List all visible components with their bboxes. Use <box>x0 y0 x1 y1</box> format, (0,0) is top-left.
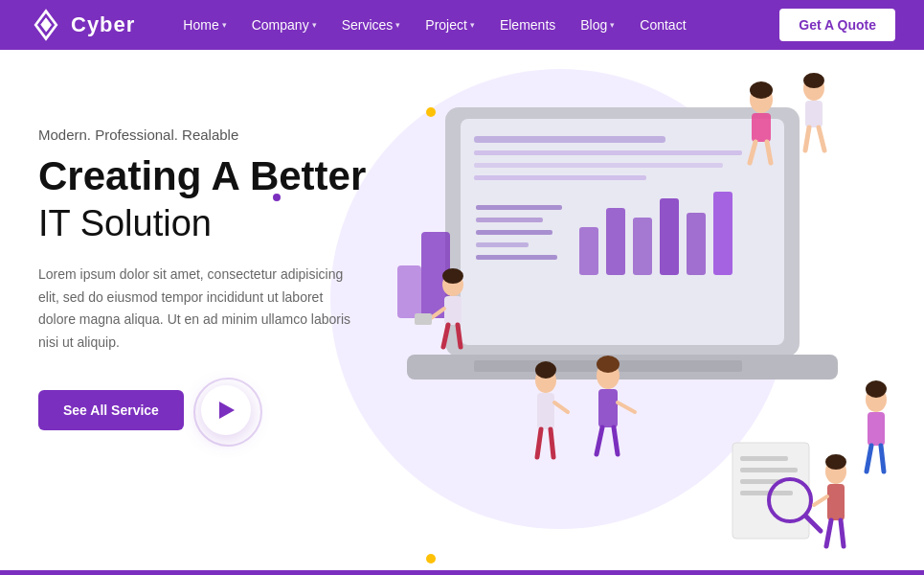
nav-services-label: Services <box>342 17 394 33</box>
nav-services-arrow: ▾ <box>395 20 400 30</box>
svg-line-65 <box>826 520 831 546</box>
logo-area[interactable]: Cyber <box>29 8 135 42</box>
hero-subtitle: Modern. Professional. Realable <box>38 126 366 143</box>
nav-contact-label: Contact <box>640 17 686 33</box>
svg-line-66 <box>841 520 844 546</box>
svg-rect-38 <box>415 313 432 325</box>
svg-line-29 <box>805 127 809 150</box>
nav-item-elements[interactable]: Elements <box>490 12 565 38</box>
nav-home-label: Home <box>183 17 218 33</box>
nav-project-label: Project <box>425 17 467 33</box>
nav-item-project[interactable]: Project ▾ <box>416 12 485 38</box>
svg-line-53 <box>614 427 618 454</box>
svg-rect-51 <box>598 389 618 427</box>
see-all-service-button[interactable]: See All Service <box>38 390 184 430</box>
nav-elements-label: Elements <box>500 17 555 33</box>
hero-content: Modern. Professional. Realable Creating … <box>38 126 366 435</box>
nav-blog-label: Blog <box>580 17 607 33</box>
svg-rect-15 <box>476 230 552 235</box>
play-icon <box>219 402 235 419</box>
navbar: Cyber Home ▾ Company ▾ Services ▾ Projec… <box>0 0 924 50</box>
nav-item-services[interactable]: Services ▾ <box>332 12 411 38</box>
illustration-svg <box>388 59 905 567</box>
svg-line-55 <box>618 402 635 412</box>
svg-rect-13 <box>476 205 562 210</box>
nav-company-arrow: ▾ <box>312 20 317 30</box>
nav-item-home[interactable]: Home ▾ <box>173 12 236 38</box>
logo-icon <box>29 8 63 42</box>
svg-rect-57 <box>740 456 788 461</box>
svg-rect-16 <box>476 242 529 247</box>
svg-line-35 <box>458 325 461 347</box>
get-quote-button[interactable]: Get A Quote <box>779 9 895 41</box>
svg-rect-33 <box>444 296 462 325</box>
svg-point-67 <box>825 454 846 470</box>
svg-rect-10 <box>660 198 679 275</box>
svg-rect-60 <box>740 491 793 495</box>
svg-rect-64 <box>827 484 845 520</box>
nav-company-label: Company <box>252 17 309 33</box>
svg-rect-12 <box>713 192 732 275</box>
nav-home-arrow: ▾ <box>222 20 227 30</box>
svg-rect-14 <box>476 218 543 222</box>
hero-section: Modern. Professional. Realable Creating … <box>0 50 924 575</box>
svg-line-52 <box>597 427 602 454</box>
svg-rect-7 <box>579 227 598 275</box>
svg-rect-9 <box>633 218 652 275</box>
svg-line-30 <box>819 127 824 150</box>
nav-links: Home ▾ Company ▾ Services ▾ Project ▾ El… <box>173 12 770 38</box>
logo-text: Cyber <box>71 12 135 37</box>
svg-point-54 <box>597 356 620 373</box>
svg-rect-11 <box>687 213 706 275</box>
svg-rect-8 <box>606 208 625 275</box>
svg-line-68 <box>814 496 827 505</box>
svg-line-49 <box>554 402 568 412</box>
svg-line-47 <box>551 429 553 457</box>
hero-title-bold: Creating A Better <box>38 154 366 198</box>
nav-item-blog[interactable]: Blog ▾ <box>571 12 624 38</box>
svg-rect-40 <box>868 412 885 446</box>
svg-point-48 <box>535 361 556 379</box>
play-button[interactable] <box>201 385 251 435</box>
bottom-purple-bar <box>0 570 924 575</box>
nav-item-company[interactable]: Company ▾ <box>242 12 327 38</box>
hero-title-light: IT Solution <box>38 202 366 246</box>
nav-project-arrow: ▾ <box>470 20 475 30</box>
svg-point-26 <box>750 81 773 99</box>
svg-rect-28 <box>805 101 823 127</box>
svg-rect-21 <box>397 265 421 318</box>
hero-buttons: See All Service <box>38 385 366 435</box>
nav-blog-arrow: ▾ <box>610 20 615 30</box>
svg-rect-6 <box>474 175 646 180</box>
nav-item-contact[interactable]: Contact <box>630 12 695 38</box>
svg-line-41 <box>867 446 871 472</box>
svg-rect-5 <box>474 163 723 168</box>
svg-line-46 <box>537 429 541 457</box>
svg-line-42 <box>881 446 884 472</box>
svg-point-31 <box>803 73 824 88</box>
hero-body-text: Lorem ipsum dolor sit amet, consectetur … <box>38 264 364 355</box>
svg-point-36 <box>442 268 463 284</box>
svg-rect-17 <box>476 255 557 260</box>
svg-rect-4 <box>474 150 742 155</box>
svg-point-43 <box>866 380 887 398</box>
hero-illustration <box>388 59 905 567</box>
svg-rect-3 <box>474 136 665 143</box>
svg-rect-23 <box>752 113 771 142</box>
svg-rect-45 <box>537 393 554 429</box>
svg-rect-58 <box>740 468 798 472</box>
